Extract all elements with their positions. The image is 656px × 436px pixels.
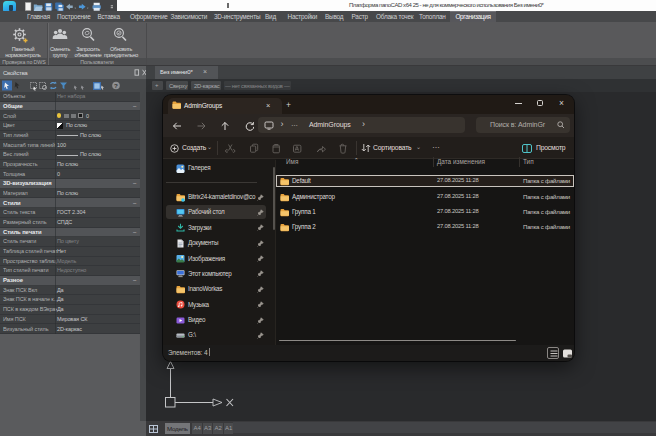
svg-text:?: ? (114, 82, 118, 89)
